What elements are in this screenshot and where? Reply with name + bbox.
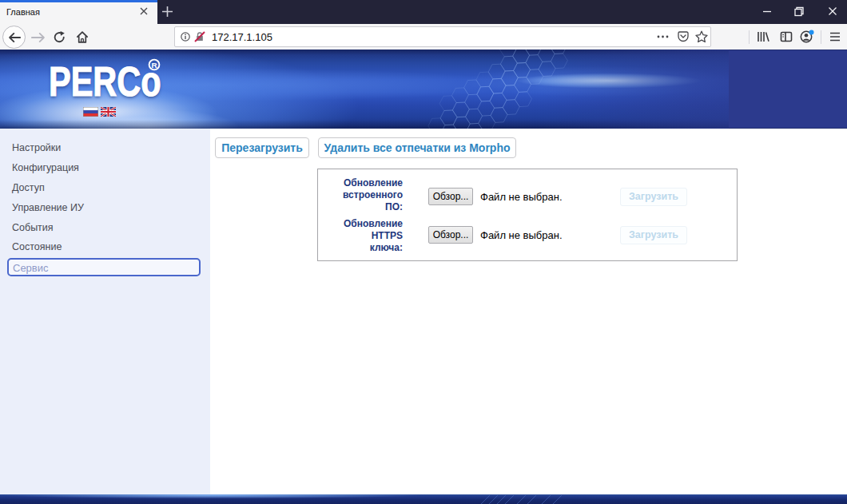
- svg-text:R: R: [151, 61, 157, 69]
